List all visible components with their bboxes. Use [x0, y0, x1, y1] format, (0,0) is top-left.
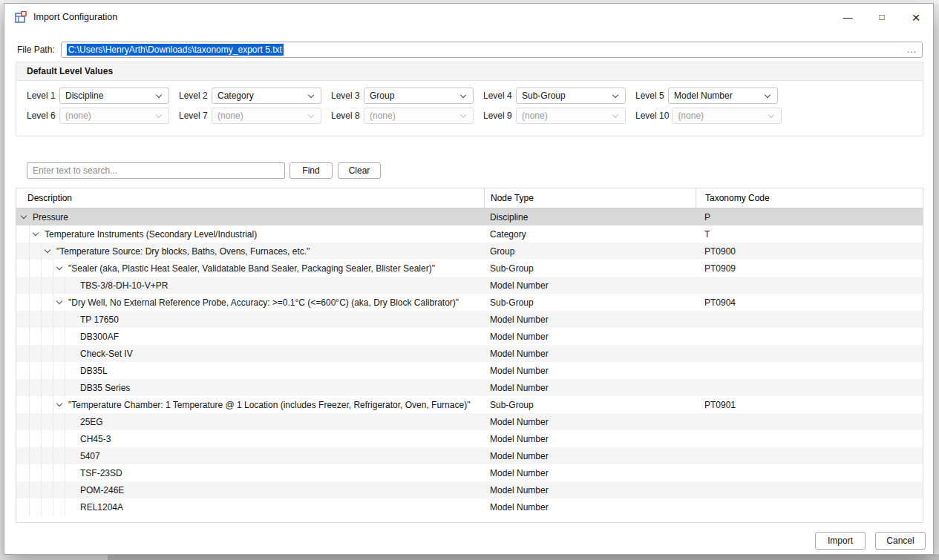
dropdown-selected-value: (none) [65, 111, 154, 121]
background-bottom-strip [0, 554, 939, 560]
indent-guide [18, 243, 30, 260]
tree-row[interactable]: 5407Model Number [16, 447, 923, 464]
level-7-dropdown[interactable]: (none) [212, 108, 321, 124]
search-input[interactable] [27, 162, 285, 179]
indent-guide [30, 430, 42, 447]
close-button[interactable]: × [899, 4, 933, 30]
row-taxonomy-code [696, 481, 923, 498]
indent-guide [30, 498, 42, 515]
level-5-dropdown[interactable]: Model Number [668, 88, 778, 104]
expand-chevron-icon[interactable] [30, 225, 42, 243]
level-4-dropdown[interactable]: Sub-Group [516, 88, 626, 104]
browse-button[interactable]: ... [901, 45, 917, 55]
row-node-type: Discipline [484, 208, 696, 225]
row-taxonomy-code [696, 430, 923, 447]
clear-button[interactable]: Clear [338, 162, 381, 179]
row-taxonomy-code [696, 345, 923, 362]
row-description: CH45-3 [77, 434, 111, 444]
chevron-down-icon [763, 95, 772, 97]
row-description: "Temperature Source: Dry blocks, Baths, … [53, 246, 310, 257]
level-item: Level 9(none) [483, 108, 626, 124]
expand-chevron-icon[interactable] [42, 243, 53, 260]
indent-spacer [65, 277, 77, 294]
maximize-button[interactable]: □ [865, 4, 899, 30]
indent-guide [30, 294, 42, 311]
indent-guide [42, 294, 53, 311]
row-description: "Temperature Chamber: 1 Temperature @ 1 … [65, 400, 470, 410]
expand-chevron-icon[interactable] [53, 294, 65, 311]
indent-spacer [65, 481, 77, 498]
level-dropdowns: Level 1DisciplineLevel 2CategoryLevel 3G… [16, 88, 923, 124]
indent-guide [53, 328, 65, 345]
tree-row[interactable]: CH45-3Model Number [16, 430, 923, 447]
level-10-dropdown[interactable]: (none) [672, 108, 782, 124]
tree-row[interactable]: REL1204AModel Number [16, 498, 923, 515]
indent-guide [53, 413, 65, 430]
row-node-type: Model Number [484, 345, 696, 362]
level-9-dropdown[interactable]: (none) [516, 108, 626, 124]
indent-guide [53, 311, 65, 328]
expand-chevron-icon[interactable] [53, 260, 65, 277]
expand-chevron-icon[interactable] [18, 208, 30, 225]
level-1-dropdown[interactable]: Discipline [59, 88, 169, 104]
row-description: DB35L [77, 366, 108, 376]
indent-guide [42, 311, 53, 328]
tree-row[interactable]: "Temperature Chamber: 1 Temperature @ 1 … [16, 396, 923, 413]
level-6-dropdown[interactable]: (none) [59, 108, 169, 124]
tree-row[interactable]: POM-246EModel Number [16, 481, 923, 498]
level-2-dropdown[interactable]: Category [212, 88, 321, 104]
cancel-button[interactable]: Cancel [875, 532, 926, 550]
find-button[interactable]: Find [289, 162, 333, 179]
row-description-cell: Check-Set IV [16, 345, 484, 362]
row-node-type: Sub-Group [484, 260, 696, 277]
title-bar[interactable]: Import Configuration — □ × [4, 4, 933, 30]
minimize-button[interactable]: — [831, 4, 865, 30]
row-node-type: Model Number [484, 379, 696, 396]
tree-row[interactable]: Check-Set IVModel Number [16, 345, 923, 362]
taxonomy-tree-table: DescriptionNode TypeTaxonomy Code Pressu… [16, 188, 923, 523]
indent-guide [42, 260, 53, 277]
row-taxonomy-code [696, 413, 923, 430]
file-path-value: C:\Users\HenryArth\Downloads\taxonomy_ex… [67, 44, 284, 56]
tree-row[interactable]: "Sealer (aka, Plastic Heat Sealer, Valid… [16, 260, 923, 277]
level-8-dropdown[interactable]: (none) [364, 108, 474, 124]
row-description-cell: 25EG [16, 413, 484, 430]
row-description-cell: "Temperature Source: Dry blocks, Baths, … [16, 243, 484, 260]
column-header-taxonomy-code[interactable]: Taxonomy Code [696, 188, 923, 208]
file-path-input[interactable]: C:\Users\HenryArth\Downloads\taxonomy_ex… [61, 42, 923, 58]
row-taxonomy-code [696, 498, 923, 515]
tree-row[interactable]: DB35 SeriesModel Number [16, 379, 923, 396]
column-header-description[interactable]: Description [16, 188, 484, 208]
tree-row[interactable]: 25EGModel Number [16, 413, 923, 430]
window-controls: — □ × [831, 4, 933, 30]
indent-guide [30, 328, 42, 345]
level-3-dropdown[interactable]: Group [364, 88, 474, 104]
default-level-values-group: Default Level Values Level 1DisciplineLe… [16, 62, 923, 136]
tree-row[interactable]: "Temperature Source: Dry blocks, Baths, … [16, 243, 923, 260]
row-node-type: Model Number [484, 430, 696, 447]
level-label: Level 1 [27, 90, 56, 101]
tree-row[interactable]: TSF-23SDModel Number [16, 464, 923, 481]
row-description: REL1204A [77, 502, 123, 513]
tree-row[interactable]: TP 17650Model Number [16, 311, 923, 328]
level-item: Level 6(none) [27, 108, 169, 124]
indent-guide [30, 379, 42, 396]
tree-row[interactable]: TBS-3/8-DH-10-V+PRModel Number [16, 277, 923, 294]
row-description: "Dry Well, No External Reference Probe, … [65, 297, 459, 308]
import-button[interactable]: Import [815, 532, 866, 550]
close-icon: × [912, 10, 920, 24]
minimize-icon: — [843, 13, 853, 22]
search-row: Find Clear [27, 162, 381, 179]
chevron-down-icon [767, 115, 776, 117]
tree-row[interactable]: DB300AFModel Number [16, 328, 923, 345]
chevron-down-icon [459, 115, 468, 117]
column-header-node-type[interactable]: Node Type [484, 188, 696, 208]
tree-row[interactable]: "Dry Well, No External Reference Probe, … [16, 294, 923, 311]
tree-row[interactable]: PressureDisciplineP [16, 208, 923, 225]
dropdown-selected-value: (none) [217, 111, 307, 121]
indent-guide [53, 498, 65, 515]
level-item: Level 4Sub-Group [483, 88, 626, 104]
expand-chevron-icon[interactable] [53, 396, 65, 413]
tree-row[interactable]: Temperature Instruments (Secondary Level… [16, 225, 923, 243]
tree-row[interactable]: DB35LModel Number [16, 362, 923, 379]
